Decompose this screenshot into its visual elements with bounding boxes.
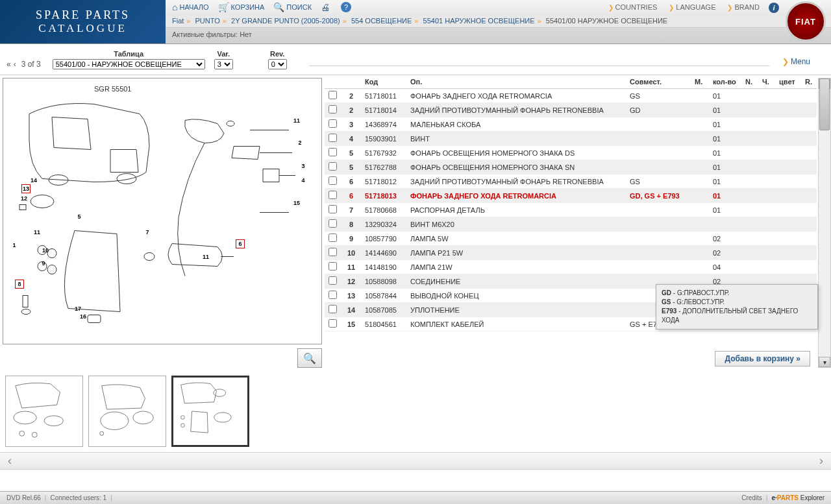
rev-select[interactable]: 0 [268, 59, 287, 69]
nav-brand[interactable]: ❯BRAND [727, 3, 760, 11]
row-checkbox[interactable] [329, 291, 337, 299]
row-checkbox[interactable] [329, 176, 337, 185]
row-compat [626, 217, 691, 232]
row-code: 51718011 [361, 89, 406, 103]
crumb[interactable]: Fiat [172, 17, 184, 25]
table-row[interactable]: 2 51718014 ЗАДНИЙ ПРОТИВОТУМАННЫЙ ФОНАРЬ… [325, 103, 817, 117]
vertical-scrollbar[interactable]: ▴ ▾ [818, 78, 831, 368]
crumb[interactable]: 2Y GRANDE PUNTO (2005-2008) [231, 17, 340, 25]
row-checkbox[interactable] [329, 148, 337, 156]
nav-countries[interactable]: ❯COUNTRIES [608, 3, 658, 11]
row-code: 51780668 [361, 203, 406, 217]
thumbnail-3[interactable] [171, 376, 249, 447]
callout: 7 [143, 228, 152, 237]
table-row[interactable]: 7 51780668 РАСПОРНАЯ ДЕТАЛЬ 01 [325, 203, 817, 217]
th-r: R. [801, 75, 817, 89]
callout-8[interactable]: 8 [15, 280, 24, 289]
scroll-down-icon[interactable]: ▾ [819, 357, 830, 367]
crumb[interactable]: PUNTO [195, 17, 220, 25]
callout-13[interactable]: 13 [21, 184, 31, 193]
nav-print[interactable]: 🖨 [321, 2, 332, 12]
row-checkbox[interactable] [329, 276, 337, 285]
parts-diagram[interactable]: SGR 55501 [3, 78, 322, 344]
thumbnail-1[interactable] [5, 376, 83, 447]
row-num: 3 [341, 117, 361, 132]
var-select[interactable]: 3 [214, 59, 233, 69]
row-qty: 01 [709, 132, 741, 146]
row-num: 11 [341, 260, 361, 274]
row-checkbox[interactable] [329, 191, 337, 199]
row-checkbox[interactable] [329, 134, 337, 142]
row-desc: ВЫВОДНОЙ КОНЕЦ [406, 289, 626, 303]
table-row[interactable]: 6 51718012 ЗАДНИЙ ПРОТИВОТУМАННЫЙ ФОНАРЬ… [325, 174, 817, 189]
row-desc: УПЛОТНЕНИЕ [406, 303, 626, 317]
table-row[interactable]: 6 51718013 ФОНАРЬ ЗАДНЕГО ХОДА RETROMARC… [325, 189, 817, 203]
row-compat: GD, GS + E793 [626, 189, 691, 203]
nav-help[interactable]: ? [341, 2, 353, 12]
table-row[interactable]: 4 15903901 ВИНТ 01 [325, 132, 817, 146]
menu-link[interactable]: ❯Menu [782, 57, 810, 66]
row-checkbox[interactable] [329, 248, 337, 256]
table-row[interactable]: 5 51767932 ФОНАРЬ ОСВЕЩЕНИЯ НОМЕРНОГО ЗН… [325, 146, 817, 160]
callout-6[interactable]: 6 [236, 239, 245, 248]
row-num: 5 [341, 146, 361, 160]
row-checkbox[interactable] [329, 105, 337, 114]
add-to-cart-button[interactable]: Добавь в корзину » [715, 351, 810, 366]
chevron-icon: ❯ [669, 4, 674, 11]
row-checkbox[interactable] [329, 319, 337, 328]
row-desc: ЛАМПА 21W [406, 260, 626, 274]
row-checkbox[interactable] [329, 91, 337, 99]
row-qty: 01 [709, 160, 741, 174]
row-checkbox[interactable] [329, 234, 337, 242]
scrollbar-thumb[interactable] [819, 78, 830, 130]
info-icon[interactable]: i [769, 3, 779, 13]
table-row[interactable]: 9 10857790 ЛАМПА 5W 02 [325, 232, 817, 246]
crumb[interactable]: 55401 НАРУЖНОЕ ОСВЕЩЕНИЕ [423, 17, 535, 25]
row-checkbox[interactable] [329, 305, 337, 313]
row-compat [626, 203, 691, 217]
table-row[interactable]: 3 14368974 МАЛЕНЬКАЯ СКОБА 01 [325, 117, 817, 132]
row-code: 10857790 [361, 232, 406, 246]
nav-right-icon[interactable]: › [819, 454, 823, 468]
row-checkbox[interactable] [329, 205, 337, 213]
callout: 3 [299, 162, 308, 171]
nav-search[interactable]: 🔍ПОИСК [273, 2, 312, 12]
table-row[interactable]: 5 51762788 ФОНАРЬ ОСВЕЩЕНИЯ НОМЕРНОГО ЗН… [325, 160, 817, 174]
row-desc: ЛАМПА 5W [406, 232, 626, 246]
credits-link[interactable]: Credits [741, 494, 762, 501]
diagram-svg [3, 78, 321, 344]
row-checkbox[interactable] [329, 119, 337, 128]
svg-point-18 [14, 411, 36, 424]
row-code: 10587085 [361, 303, 406, 317]
help-icon: ? [341, 2, 351, 12]
th-compat: Совмест. [626, 75, 691, 89]
table-label: Таблица [53, 50, 205, 58]
row-desc: ЛАМПА P21 5W [406, 246, 626, 260]
svg-point-24 [100, 431, 104, 435]
connected-users-count: 1 [103, 494, 107, 501]
nav-language[interactable]: ❯LANGUAGE [669, 3, 715, 11]
table-row[interactable]: 2 51718011 ФОНАРЬ ЗАДНЕГО ХОДА RETROMARC… [325, 89, 817, 103]
table-row[interactable]: 11 14148190 ЛАМПА 21W 04 [325, 260, 817, 274]
table-select[interactable]: 55401/00 - НАРУЖНОЕ ОСВЕЩЕНИЕ [53, 59, 205, 69]
row-checkbox[interactable] [329, 262, 337, 270]
nav-left-icon[interactable]: ‹ [8, 454, 12, 468]
svg-point-9 [21, 309, 31, 315]
th-code: Код [361, 75, 406, 89]
nav-cart[interactable]: 🛒КОРЗИНА [218, 2, 265, 12]
breadcrumb: Fiat» PUNTO» 2Y GRANDE PUNTO (2005-2008)… [166, 14, 831, 28]
row-num: 6 [341, 189, 361, 203]
crumb-current: 55401/00 НАРУЖНОЕ ОСВЕЩЕНИЕ [546, 17, 667, 25]
pager-prev[interactable]: ‹ [14, 60, 16, 69]
zoom-button[interactable]: 🔍 [297, 348, 322, 368]
row-num: 8 [341, 217, 361, 232]
row-desc: ЗАДНИЙ ПРОТИВОТУМАННЫЙ ФОНАРЬ RETRONEBBI… [406, 103, 626, 117]
row-checkbox[interactable] [329, 162, 337, 171]
nav-home[interactable]: ⌂НАЧАЛО [172, 2, 209, 12]
table-row[interactable]: 10 14144690 ЛАМПА P21 5W 02 [325, 246, 817, 260]
table-row[interactable]: 8 13290324 ВИНТ M6X20 [325, 217, 817, 232]
thumbnail-2[interactable] [88, 376, 166, 447]
crumb[interactable]: 554 ОСВЕЩЕНИЕ [351, 17, 412, 25]
row-checkbox[interactable] [329, 219, 337, 228]
pager-first[interactable]: « [6, 60, 11, 69]
